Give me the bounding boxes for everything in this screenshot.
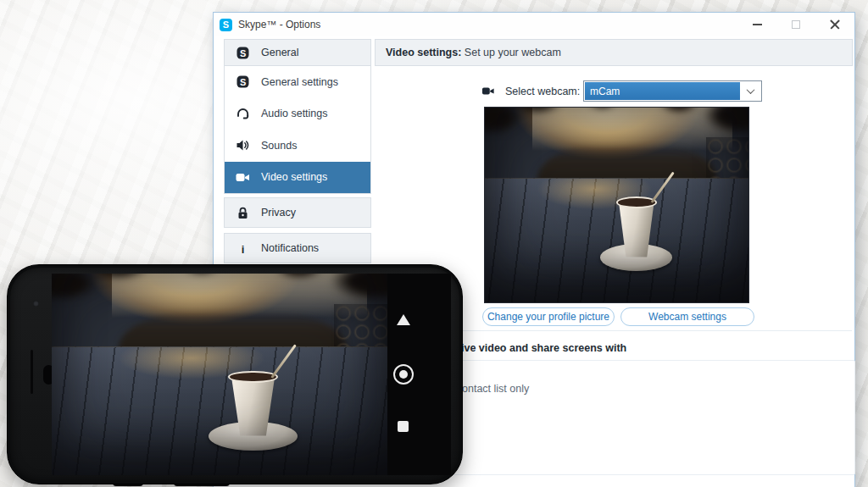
dropdown-arrow-button[interactable] <box>740 82 760 100</box>
sidebar-item-sounds[interactable]: Sounds <box>225 130 370 162</box>
sidebar-item-label: Audio settings <box>261 108 328 119</box>
webcam-settings-button[interactable]: Webcam settings <box>620 307 754 326</box>
close-icon <box>830 19 840 30</box>
share-screens-heading: ive video and share screens with <box>461 342 626 354</box>
sidebar-item-general-settings[interactable]: S General settings <box>225 66 370 98</box>
skype-logo-icon: S <box>220 19 232 31</box>
skype-icon: S <box>236 75 250 89</box>
sidebar-item-label: General settings <box>261 76 338 88</box>
phone-body <box>7 264 463 484</box>
desktop: { "window": { "title": "Skype™ - Options… <box>0 0 868 487</box>
select-webcam-row: Select webcam: <box>480 80 580 102</box>
speaker-grille <box>31 350 33 394</box>
skype-icon: S <box>236 46 250 60</box>
minimize-button[interactable] <box>737 13 776 36</box>
change-profile-picture-button[interactable]: Change your profile picture <box>482 307 615 326</box>
sidebar-section-label: General <box>261 47 298 58</box>
svg-text:i: i <box>242 242 245 255</box>
lock-icon <box>236 206 250 220</box>
sidebar-section-notifications[interactable]: i Notifications <box>224 233 371 263</box>
close-button[interactable] <box>815 13 854 36</box>
shutter-icon[interactable] <box>393 364 414 385</box>
contact-list-radio-label[interactable]: ontact list only <box>462 383 529 395</box>
sidebar-section-general[interactable]: S General <box>224 39 371 66</box>
phone <box>7 264 463 487</box>
video-camera-icon <box>236 170 250 185</box>
titlebar[interactable]: S Skype™ - Options <box>214 13 854 36</box>
content-header-title: Video settings: <box>386 47 461 58</box>
minimize-icon <box>753 24 762 25</box>
vignette <box>52 274 387 475</box>
webcam-preview <box>484 107 749 303</box>
headset-icon <box>236 107 250 121</box>
camera-viewfinder <box>52 274 387 475</box>
sidebar-item-label: Sounds <box>261 140 297 152</box>
maximize-icon <box>792 20 800 29</box>
sidebar-item-label: Video settings <box>261 171 327 183</box>
sidebar-section-label: Notifications <box>261 242 319 254</box>
sidebar-item-video-settings[interactable]: Video settings <box>225 162 370 194</box>
phone-screen <box>52 274 451 475</box>
sidebar: S General S General settings Audio setti… <box>224 39 371 263</box>
sidebar-item-audio-settings[interactable]: Audio settings <box>225 98 370 130</box>
content-header-subtitle: Set up your webcam <box>461 47 560 58</box>
svg-text:S: S <box>240 47 246 58</box>
chevron-down-icon <box>746 86 754 94</box>
front-camera-icon <box>33 301 39 307</box>
select-webcam-label: Select webcam: <box>505 86 580 97</box>
sidebar-list: S General settings Audio settings Sounds <box>224 66 371 194</box>
camera-controls <box>387 274 451 475</box>
sidebar-section-privacy[interactable]: Privacy <box>224 197 371 228</box>
svg-text:S: S <box>240 77 246 87</box>
vignette <box>485 108 748 302</box>
sidebar-section-label: Privacy <box>261 207 296 219</box>
speaker-icon <box>236 138 250 152</box>
window-title: Skype™ - Options <box>238 19 320 30</box>
video-camera-icon <box>480 85 497 97</box>
content-header: Video settings: Set up your webcam <box>375 39 853 66</box>
square-icon[interactable] <box>398 421 409 432</box>
webcam-dropdown[interactable]: mCam <box>583 80 762 102</box>
arrow-up-icon[interactable] <box>397 314 410 325</box>
maximize-button[interactable] <box>776 13 815 36</box>
webcam-dropdown-value: mCam <box>585 82 740 100</box>
info-icon: i <box>236 241 250 256</box>
skype-logo-letter: S <box>223 19 229 30</box>
